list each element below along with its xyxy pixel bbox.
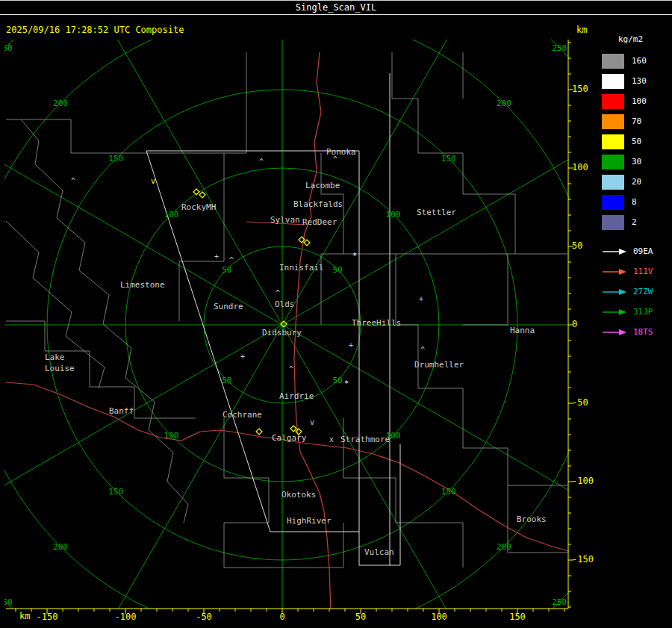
ring-range-label: 50: [222, 376, 231, 385]
legend-radar-row: 27ZW: [602, 282, 672, 302]
bottom-axis-label: 100: [431, 612, 447, 622]
ring-range-label: 50: [333, 265, 343, 275]
legend-scale: 1601301007050302082: [602, 51, 672, 232]
city-label: RockyMH: [181, 202, 216, 212]
city-label: RedDeer: [302, 217, 337, 227]
radar-site-marker: [290, 426, 296, 432]
legend-value: 2: [632, 217, 637, 227]
city-label: Hanna: [510, 326, 535, 335]
display-area: 5050505010010010010015015015015020020020…: [0, 15, 672, 628]
city-label: Blackfalds: [293, 199, 343, 209]
legend-value: 70: [632, 116, 641, 126]
radar-id-label: 27ZW: [633, 287, 653, 296]
city-label: Sundre: [214, 302, 243, 311]
radar-map[interactable]: 5050505010010010010015015015015020020020…: [0, 15, 672, 628]
map-layers: 5050505010010010010015015015015020020020…: [0, 15, 672, 628]
bottom-axis-label: -100: [115, 612, 137, 622]
legend-color-swatch: [602, 134, 624, 149]
city-label: Vulcan: [364, 547, 394, 557]
ring-range-label: 250: [0, 597, 13, 607]
radar-arrow-icon: [602, 308, 627, 317]
radar-id-label: 31JP: [633, 307, 653, 317]
town-symbol: *: [352, 252, 357, 260]
city-label: Innisfail: [279, 263, 324, 273]
legend-unit: kg/m2: [618, 34, 672, 44]
radar-arrow-icon: [602, 267, 627, 276]
town-symbol: ^: [259, 158, 264, 166]
legend-scale-row: 2: [602, 212, 672, 232]
radar-site-marker: [256, 429, 262, 435]
town-symbol: ^: [276, 289, 280, 297]
ring-range-label: 200: [53, 99, 68, 108]
city-label: Sylvan: [270, 215, 300, 225]
right-axis-label: -100: [572, 476, 594, 486]
radar-viewer-window: Single_Scan_VIL 505050501001001001001501…: [0, 0, 672, 628]
legend-radar-row: 09EA: [602, 241, 672, 261]
ring-range-label: 250: [552, 597, 567, 607]
axis-ticks: [6, 40, 573, 614]
town-symbol: ^: [333, 155, 337, 164]
town-symbol: ^: [71, 177, 75, 185]
town-symbol: +: [240, 352, 245, 361]
bottom-axis-label: 50: [355, 612, 366, 622]
ring-range-label: 100: [386, 210, 401, 220]
right-axis-unit: km: [576, 25, 587, 35]
bottom-axis-label: -150: [37, 612, 58, 622]
ring-range-label: 250: [552, 43, 567, 53]
legend-radar-row: 31JP: [602, 302, 672, 322]
legend-scale-row: 160: [602, 51, 672, 71]
legend-value: 100: [632, 96, 647, 106]
radar-arrow-icon: [602, 247, 627, 256]
town-symbol: x: [329, 435, 334, 444]
legend-scale-row: 130: [602, 71, 672, 91]
bottom-axis-label: 0: [279, 612, 284, 622]
town-symbol: +: [214, 252, 219, 261]
bottom-axis-unit: km: [19, 611, 30, 621]
radar-id-label: 111V: [633, 267, 653, 276]
ring-range-label: 200: [497, 99, 511, 108]
legend-value: 30: [632, 157, 641, 167]
right-axis-label: 50: [572, 240, 582, 251]
radar-id-label: 18TS: [633, 327, 653, 337]
ring-range-label: 150: [441, 487, 456, 497]
city-label: Ponoka: [326, 147, 356, 157]
right-axis-label: 100: [572, 162, 588, 172]
radar-id-label: 09EA: [633, 246, 653, 256]
radar-arrow-icon: [602, 328, 627, 337]
city-label: Banff: [109, 406, 134, 416]
legend-color-swatch: [602, 155, 624, 170]
right-axis-label: 150: [572, 84, 588, 94]
legend-panel: kg/m2 1601301007050302082 09EA111V27ZW31…: [602, 34, 672, 342]
ring-range-label: 50: [333, 376, 343, 385]
town-symbol: ^: [229, 256, 234, 264]
legend-color-swatch: [602, 94, 624, 109]
city-label: Airdrie: [279, 391, 314, 401]
city-label: ThreeHills: [352, 318, 401, 328]
town-symbol: v: [151, 177, 155, 185]
legend-color-swatch: [602, 114, 624, 129]
city-label: Limestone: [120, 280, 165, 290]
city-label: Okotoks: [281, 490, 316, 500]
legend-value: 8: [632, 197, 637, 207]
legend-value: 20: [632, 177, 641, 187]
city-label: Louise: [45, 364, 75, 373]
legend-radar-row: 111V: [602, 261, 672, 282]
radar-site-marker: [199, 192, 205, 198]
town-symbol: ^: [289, 365, 293, 373]
town-symbols: ^^v^+*^+^++*^vx^: [71, 155, 425, 444]
right-axis-label: 0: [572, 319, 577, 329]
legend-color-swatch: [602, 215, 624, 230]
town-symbol: ^: [420, 346, 425, 354]
legend-color-swatch: [602, 195, 624, 210]
ring-range-label: 100: [164, 431, 179, 441]
town-symbol: *: [344, 379, 349, 388]
city-label: Lake: [45, 352, 65, 362]
legend-radar-row: 18TS: [602, 322, 672, 342]
legend-value: 50: [632, 137, 641, 146]
ring-range-label: 250: [0, 43, 13, 53]
range-rings: [0, 15, 672, 628]
city-label: Brooks: [517, 514, 547, 524]
town-symbol: +: [349, 341, 353, 349]
radar-arrow-icon: [602, 287, 627, 296]
legend-scale-row: 30: [602, 152, 672, 172]
